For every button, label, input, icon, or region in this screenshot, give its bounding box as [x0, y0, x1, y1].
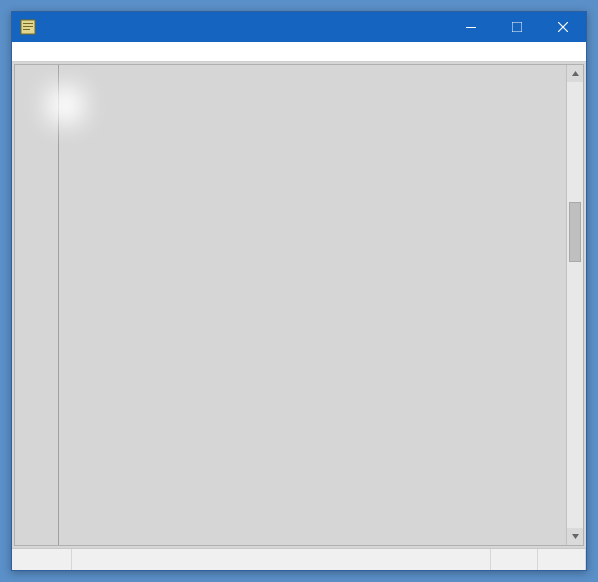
svg-rect-1	[23, 23, 33, 24]
line-number-gutter	[15, 65, 59, 545]
editor-container	[12, 62, 586, 548]
vertical-scrollbar[interactable]	[566, 65, 583, 545]
scroll-up-button[interactable]	[567, 65, 583, 82]
cursor-position	[12, 549, 72, 570]
menubar	[12, 42, 586, 62]
svg-rect-2	[23, 26, 33, 27]
svg-rect-4	[466, 27, 476, 28]
app-icon	[20, 19, 36, 35]
scrollbar-thumb[interactable]	[569, 202, 581, 262]
app-window	[11, 11, 587, 571]
menu-search[interactable]	[40, 50, 52, 54]
window-controls	[448, 12, 586, 42]
menu-edit[interactable]	[28, 50, 40, 54]
eol-indicator	[538, 549, 586, 570]
menu-file[interactable]	[16, 50, 28, 54]
text-area[interactable]	[59, 65, 566, 545]
statusbar	[12, 548, 586, 570]
svg-rect-3	[23, 29, 30, 30]
titlebar[interactable]	[12, 12, 586, 42]
editor	[14, 64, 584, 546]
scrollbar-track[interactable]	[567, 82, 583, 528]
encoding-indicator	[490, 549, 538, 570]
svg-rect-5	[512, 22, 522, 32]
scroll-down-button[interactable]	[567, 528, 583, 545]
menu-view[interactable]	[52, 50, 64, 54]
minimize-button[interactable]	[448, 12, 494, 42]
maximize-button[interactable]	[494, 12, 540, 42]
close-button[interactable]	[540, 12, 586, 42]
